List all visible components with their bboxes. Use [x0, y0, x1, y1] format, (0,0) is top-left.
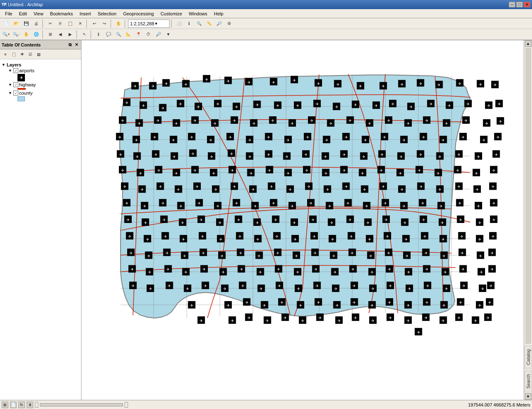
toc-visibility[interactable]: 👁 [18, 51, 26, 58]
scale-dropdown[interactable]: ▼ [154, 22, 158, 26]
menu-insert[interactable]: Insert [76, 10, 94, 17]
airport-marker[interactable]: ✈ [181, 252, 188, 259]
airport-marker[interactable]: ✈ [188, 133, 195, 140]
airport-marker[interactable]: ✈ [286, 185, 294, 193]
airport-marker[interactable]: ✈ [307, 199, 315, 206]
airport-marker[interactable]: ✈ [147, 284, 154, 292]
toc-list-view[interactable]: ≡ [2, 51, 9, 58]
airport-marker[interactable]: ✈ [352, 313, 359, 321]
airport-marker[interactable]: ✈ [487, 282, 495, 289]
airport-marker[interactable]: ✈ [154, 116, 162, 124]
airport-marker[interactable]: ✈ [231, 116, 238, 124]
airport-marker[interactable]: ✈ [251, 202, 259, 209]
airport-marker[interactable]: ✈ [138, 185, 146, 193]
airport-marker[interactable]: ✈ [424, 282, 431, 289]
full-extent-button[interactable]: ⊞ [46, 30, 55, 39]
search-tab[interactable]: Search [525, 370, 532, 392]
maximize-button[interactable]: □ [516, 2, 523, 7]
airport-marker[interactable]: ✈ [400, 202, 408, 209]
airport-marker[interactable]: ✈ [268, 182, 275, 190]
magnifier[interactable]: 🔎 [154, 30, 163, 39]
airport-marker[interactable]: ✈ [377, 166, 385, 174]
airport-marker[interactable]: ✈ [366, 235, 373, 242]
find-route[interactable]: 🔍 [114, 30, 123, 39]
airport-marker[interactable]: ✈ [476, 301, 483, 309]
toc-close-button[interactable]: ✕ [74, 42, 79, 48]
airport-marker[interactable]: ✈ [224, 301, 232, 309]
airport-marker[interactable]: ✈ [145, 252, 153, 259]
airport-marker[interactable]: ✈ [278, 298, 286, 306]
airport-marker[interactable]: ✈ [417, 182, 425, 190]
airport-marker[interactable]: ✈ [258, 284, 265, 292]
airport-marker[interactable]: ✈ [486, 298, 493, 306]
airport-marker[interactable]: ✈ [129, 282, 137, 289]
airport-marker[interactable]: ✈ [459, 133, 467, 140]
select-arrow[interactable]: ↖ [80, 30, 89, 39]
globe-button[interactable]: 🌐 [32, 30, 41, 39]
airport-marker[interactable]: ✈ [295, 284, 302, 292]
airport-marker[interactable]: ✈ [236, 232, 244, 240]
html-popup[interactable]: 💬 [104, 30, 113, 39]
airport-marker[interactable]: ✈ [488, 265, 496, 272]
airport-marker[interactable]: ✈ [264, 316, 271, 324]
airport-marker[interactable]: ✈ [368, 268, 376, 275]
pan-map-button[interactable]: ✋ [22, 30, 31, 39]
menu-view[interactable]: View [30, 10, 47, 17]
menu-file[interactable]: File [2, 10, 16, 17]
airport-marker[interactable]: ✈ [405, 268, 412, 275]
airport-marker[interactable]: ✈ [459, 265, 467, 272]
airport-marker[interactable]: ✈ [333, 301, 341, 309]
airport-marker[interactable]: ✈ [404, 301, 412, 309]
airport-marker[interactable]: ✈ [140, 101, 147, 109]
airport-marker[interactable]: ✈ [246, 152, 254, 160]
airport-marker[interactable]: ✈ [266, 166, 273, 174]
airport-marker[interactable]: ✈ [322, 169, 330, 176]
airport-marker[interactable]: ✈ [480, 136, 488, 143]
airport-marker[interactable]: ✈ [443, 119, 450, 127]
airport-marker[interactable]: ✈ [313, 282, 321, 289]
airport-marker[interactable]: ✈ [458, 232, 466, 240]
airport-marker[interactable]: ✈ [350, 298, 358, 306]
airports-checkbox[interactable] [13, 68, 18, 73]
airport-marker[interactable]: ✈ [420, 216, 427, 223]
airport-marker[interactable]: ✈ [477, 80, 484, 88]
select-features-button[interactable]: ⬜ [175, 19, 184, 28]
airport-marker[interactable]: ✈ [229, 166, 236, 174]
airport-marker[interactable]: ✈ [488, 249, 496, 256]
airport-marker[interactable]: ✈ [361, 185, 368, 193]
airport-marker[interactable]: ✈ [124, 216, 132, 223]
paste-button[interactable]: 📋 [66, 19, 75, 28]
toc-float-button[interactable]: ⧉ [67, 42, 73, 48]
time-slider[interactable]: ⏱ [144, 30, 153, 39]
menu-help[interactable]: Help [211, 10, 227, 17]
airport-marker[interactable]: ✈ [360, 152, 367, 160]
airport-marker[interactable]: ✈ [261, 301, 268, 309]
highway-checkbox[interactable] [13, 82, 18, 87]
airport-marker[interactable]: ✈ [359, 169, 366, 176]
airport-marker[interactable]: ✈ [335, 316, 343, 324]
scroll-down-button[interactable]: ▼ [525, 393, 532, 400]
airport-marker[interactable]: ✈ [170, 152, 178, 160]
airport-marker[interactable]: ✈ [436, 81, 443, 88]
airport-marker[interactable]: ✈ [208, 152, 215, 160]
airport-marker[interactable]: ✈ [191, 166, 199, 174]
airport-marker[interactable]: ✈ [475, 202, 482, 209]
airport-marker[interactable]: ✈ [484, 313, 492, 321]
menu-windows[interactable]: Windows [185, 10, 211, 17]
airport-marker[interactable]: ✈ [457, 216, 464, 223]
airport-marker[interactable]: ✈ [473, 185, 481, 193]
airport-marker[interactable]: ✈ [386, 265, 393, 272]
airport-marker[interactable]: ✈ [116, 133, 123, 140]
airport-marker[interactable]: ✈ [497, 117, 504, 125]
cut-button[interactable]: ✂ [46, 19, 55, 28]
toc-selection-view[interactable]: ☑ [27, 51, 34, 58]
airport-marker[interactable]: ✈ [342, 182, 350, 190]
airport-marker[interactable]: ✈ [310, 232, 318, 240]
airport-marker[interactable]: ✈ [462, 116, 470, 124]
minimize-button[interactable]: ─ [509, 2, 515, 7]
airport-marker[interactable]: ✈ [362, 136, 369, 143]
airport-marker[interactable]: ✈ [490, 166, 498, 174]
airport-marker[interactable]: ✈ [483, 119, 490, 127]
identify-button[interactable]: ℹ [185, 19, 194, 28]
airport-marker[interactable]: ✈ [458, 249, 466, 256]
